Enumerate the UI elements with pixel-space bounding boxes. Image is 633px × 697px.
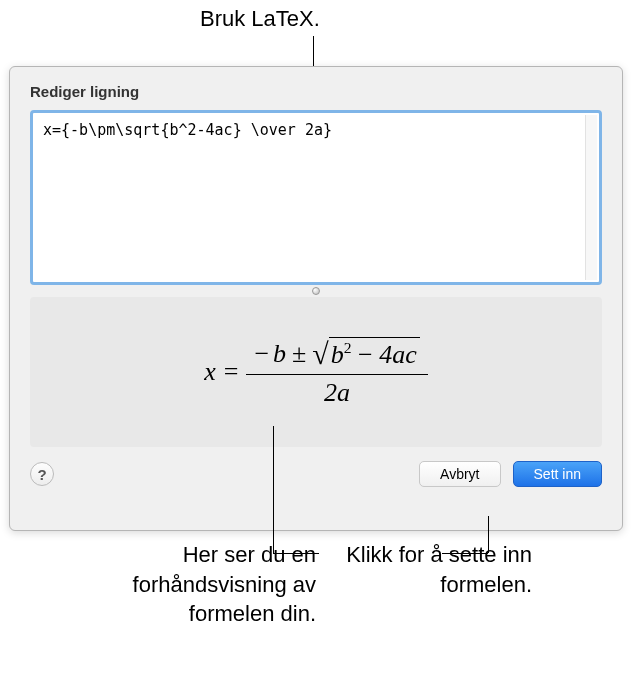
equation-editor-dialog: Rediger ligning x = −b ± √ b2 − 4ac 2a ?… <box>9 66 623 531</box>
help-button[interactable]: ? <box>30 462 54 486</box>
preview-radicand: b2 − 4ac <box>329 337 420 370</box>
rendered-equation: x = −b ± √ b2 − 4ac 2a <box>204 337 428 408</box>
callout-insert: Klikk for å sette inn formelen. <box>332 540 532 599</box>
formula-preview: x = −b ± √ b2 − 4ac 2a <box>30 297 602 447</box>
callout-line-preview-vertical <box>273 426 274 553</box>
preview-fraction: −b ± √ b2 − 4ac 2a <box>246 337 427 408</box>
resize-dot-icon <box>312 287 320 295</box>
preview-lhs: x <box>204 357 216 387</box>
insert-button[interactable]: Sett inn <box>513 461 602 487</box>
sqrt-icon: √ <box>312 337 328 371</box>
callout-preview: Her ser du en forhåndsvisning av formele… <box>86 540 316 629</box>
callout-use-latex: Bruk LaTeX. <box>200 6 320 32</box>
preview-numerator: −b ± √ b2 − 4ac <box>246 337 427 375</box>
latex-input[interactable] <box>35 115 583 280</box>
editor-scrollbar[interactable] <box>585 115 597 280</box>
dialog-title: Rediger ligning <box>30 83 602 100</box>
cancel-button[interactable]: Avbryt <box>419 461 500 487</box>
preview-equals: = <box>224 357 239 387</box>
dialog-button-row: ? Avbryt Sett inn <box>30 461 602 487</box>
preview-denominator: 2a <box>324 375 350 408</box>
latex-editor-wrapper <box>30 110 602 285</box>
resize-handle[interactable] <box>30 285 602 297</box>
